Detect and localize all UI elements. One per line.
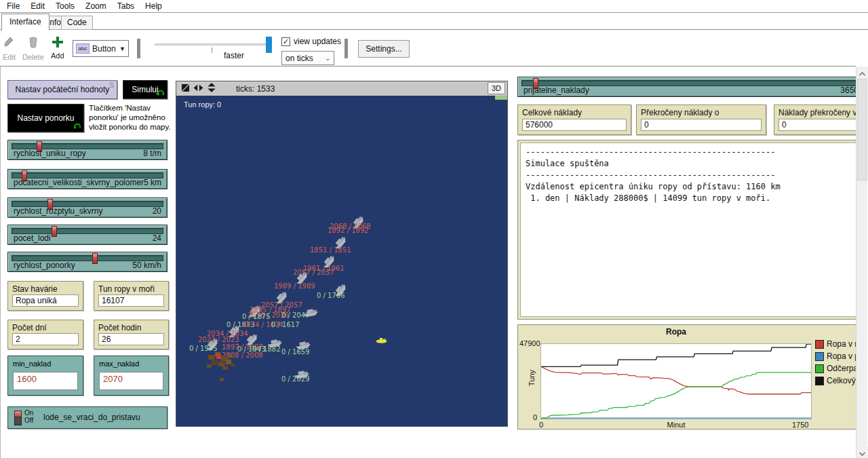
monitor-label: Stav havárie bbox=[8, 282, 83, 294]
vertical-scrollbar[interactable] bbox=[856, 66, 867, 458]
monitor-tun-ropy-v-mori: Tun ropy v moři 16107 bbox=[94, 281, 169, 311]
view-updates-checkbox[interactable]: ✓ bbox=[281, 37, 290, 46]
scroll-down-arrow[interactable] bbox=[856, 446, 868, 458]
input-field[interactable]: 1600 bbox=[13, 372, 78, 390]
menu-help[interactable]: Help bbox=[140, 0, 167, 13]
oil-spill-cell bbox=[208, 355, 215, 360]
setup-key-hint: S bbox=[109, 81, 114, 89]
world-view: ticks: 1533 3D Tun ropy: 0 2068 / 206818… bbox=[176, 81, 508, 427]
x-axis-max-label: 1750 bbox=[792, 421, 808, 429]
monitor-value: 16107 bbox=[98, 294, 164, 307]
legend-label: Ropa v m bbox=[827, 339, 856, 349]
monitor-value: 0 bbox=[641, 119, 762, 131]
input-label: min_naklad bbox=[8, 356, 83, 368]
monitor-pocet-hodin: Počet hodin 26 bbox=[94, 320, 169, 349]
slider-rychlost-uniku-ropy[interactable]: rychlost_uniku_ropy8 t/m bbox=[7, 140, 167, 160]
slider-value: 5 km bbox=[144, 178, 161, 187]
monitor-label: Náklady překročeny v % bbox=[774, 105, 856, 117]
submarine-icon bbox=[376, 334, 387, 340]
speed-slider-track[interactable] bbox=[155, 43, 269, 45]
world-height-arrows-icon[interactable] bbox=[207, 83, 216, 95]
output-widget: ----------------------------------------… bbox=[517, 140, 856, 320]
menu-file[interactable]: File bbox=[1, 0, 25, 13]
slider-pocatecni-velikosti-skvrny[interactable]: pocatecni_velikosti_skvrny_polomer5 km bbox=[7, 169, 167, 189]
legend-row-ropa-v-pristavu: Ropa v př bbox=[815, 350, 856, 362]
tab-code[interactable]: Code bbox=[61, 16, 93, 30]
legend-swatch-black bbox=[815, 377, 824, 385]
legend-swatch-green bbox=[815, 364, 824, 373]
world-width-arrows-icon[interactable] bbox=[193, 83, 203, 95]
submarine-note-text: Tlačítkem 'Nastav ponorku' je umožněno v… bbox=[89, 103, 172, 132]
widget-type-dropdown[interactable]: abc Button ▼ bbox=[73, 40, 129, 57]
ship-capacity-label: 1989 / 1989 bbox=[274, 282, 315, 290]
ship-capacity-label: 0 / 1975 bbox=[189, 345, 218, 352]
switch-knob-icon bbox=[14, 411, 22, 417]
slider-value: 8 t/m bbox=[143, 149, 161, 158]
switch-lode-se-vraci[interactable]: On Off lode_se_vraci_do_pristavu bbox=[7, 406, 167, 429]
slider-value: 3650 bbox=[840, 85, 856, 95]
slider-rychlost-ponorky[interactable]: rychlost_ponorky50 km/h bbox=[7, 252, 167, 272]
switch-label: lode_se_vraci_do_pristavu bbox=[43, 413, 140, 422]
plot-area bbox=[540, 343, 812, 419]
ship-capacity-label: 0 / 1659 bbox=[281, 348, 310, 356]
slider-label: rychlost_rozptylu_skvrny bbox=[14, 206, 102, 216]
input-max-naklad: max_naklad 2070 bbox=[94, 356, 169, 396]
switch-toggle[interactable] bbox=[14, 411, 22, 425]
menu-zoom[interactable]: Zoom bbox=[80, 0, 112, 13]
input-min-naklad: min_naklad 1600 bbox=[7, 356, 83, 396]
plot-title: Ropa bbox=[540, 327, 812, 337]
slider-rychlost-rozptylu-skvrny[interactable]: rychlost_rozptylu_skvrny20 bbox=[7, 197, 167, 218]
forever-icon bbox=[73, 122, 81, 130]
monitor-value: Ropa uniká bbox=[12, 294, 79, 307]
setup-button[interactable]: Nastav počáteční hodnoty S bbox=[7, 80, 117, 99]
ticks-counter: ticks: 1533 bbox=[236, 84, 275, 94]
y-axis-min-label: 0 bbox=[533, 413, 537, 421]
set-submarine-button[interactable]: Nastav ponorku bbox=[7, 104, 84, 132]
add-button[interactable]: Add bbox=[51, 35, 64, 60]
menu-edit[interactable]: Edit bbox=[25, 0, 50, 13]
pencil-icon bbox=[3, 40, 15, 52]
slider-label: pocatecni_velikosti_skvrny_polomer bbox=[14, 178, 144, 187]
monitor-label: Tun ropy v moři bbox=[94, 282, 168, 294]
monitor-label: Počet dní bbox=[8, 320, 83, 332]
toolbar-separator bbox=[137, 39, 140, 58]
tab-bar: Interface Info Code bbox=[0, 14, 868, 30]
slider-label: pocet_lodi bbox=[14, 233, 51, 243]
update-mode-value: on ticks bbox=[285, 54, 313, 63]
oil-spill-cell bbox=[216, 354, 221, 359]
oil-spill-cell bbox=[212, 360, 218, 365]
plot-series-line bbox=[541, 366, 811, 394]
world-resize-icon[interactable] bbox=[181, 83, 190, 95]
speed-slider-handle[interactable] bbox=[266, 37, 272, 53]
simulate-button[interactable]: Simuluj bbox=[123, 80, 167, 99]
delete-button[interactable]: Delete bbox=[22, 36, 44, 61]
view-3d-button[interactable]: 3D bbox=[488, 82, 505, 94]
monitor-prekroceny-naklady: Překročeny náklady o 0 bbox=[636, 104, 766, 135]
world-canvas[interactable]: Tun ropy: 0 2068 / 20681892 / 18921851 /… bbox=[176, 96, 507, 426]
scroll-up-arrow[interactable] bbox=[856, 66, 868, 78]
x-axis-label: Minut bbox=[540, 421, 812, 429]
ship-capacity-label: 1851 / 1851 bbox=[310, 246, 351, 254]
slider-prijatelne-naklady[interactable]: prijatelne_naklady3650 bbox=[517, 77, 856, 97]
menu-tools[interactable]: Tools bbox=[50, 0, 80, 13]
update-mode-select[interactable]: on ticks ⌄ bbox=[281, 51, 334, 65]
harbor-patch bbox=[495, 96, 507, 100]
tab-interface[interactable]: Interface bbox=[1, 14, 50, 31]
dropdown-caret-icon: ▼ bbox=[119, 45, 125, 52]
input-field[interactable]: 2070 bbox=[99, 372, 163, 390]
setup-button-label: Nastav počáteční hodnoty bbox=[16, 85, 110, 94]
plot-legend: Ropa v m Ropa v př Odčerpan Celkový o bbox=[815, 338, 856, 387]
settings-button[interactable]: Settings... bbox=[358, 40, 410, 58]
edit-button[interactable]: Edit bbox=[3, 36, 16, 61]
scrollbar-thumb[interactable] bbox=[857, 79, 867, 180]
slider-pocet-lodi[interactable]: pocet_lodi24 bbox=[7, 225, 167, 245]
legend-label: Ropa v př bbox=[827, 351, 856, 361]
forever-icon bbox=[157, 89, 165, 97]
menu-tabs[interactable]: Tabs bbox=[112, 0, 140, 13]
button-widget-icon: abc bbox=[76, 43, 90, 54]
oil-spill-cell bbox=[220, 378, 224, 381]
legend-row-ropa-v-mori: Ropa v m bbox=[815, 338, 856, 350]
plus-icon bbox=[52, 39, 64, 50]
slider-label: prijatelne_naklady bbox=[524, 85, 589, 95]
slider-value: 50 km/h bbox=[132, 261, 161, 270]
